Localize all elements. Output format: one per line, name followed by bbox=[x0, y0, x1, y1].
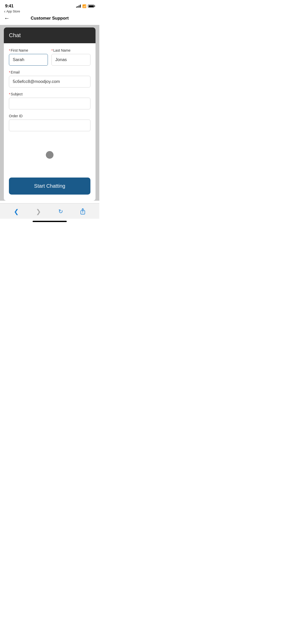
form-area: * First Name * Last Name * Emai bbox=[4, 43, 96, 201]
name-row: * First Name * Last Name bbox=[9, 48, 90, 66]
first-name-label: * First Name bbox=[9, 48, 48, 52]
status-icons: 📶 bbox=[76, 4, 94, 8]
subject-label: * Subject bbox=[9, 92, 90, 96]
subject-input[interactable] bbox=[9, 98, 90, 109]
last-name-required: * bbox=[51, 49, 53, 52]
browser-reload-button[interactable]: ↻ bbox=[57, 207, 64, 216]
email-required: * bbox=[9, 70, 10, 74]
status-bar: 9:41 📶 bbox=[0, 0, 99, 9]
back-chevron-icon: ‹ bbox=[4, 9, 5, 14]
loading-area bbox=[9, 136, 90, 177]
last-name-input[interactable] bbox=[51, 54, 90, 66]
start-chatting-button[interactable]: Start Chatting bbox=[9, 178, 90, 195]
browser-share-button[interactable] bbox=[78, 207, 87, 216]
subject-required: * bbox=[9, 92, 10, 96]
chat-title: Chat bbox=[9, 32, 21, 38]
wifi-icon: 📶 bbox=[82, 4, 86, 8]
browser-back-button[interactable]: ❮ bbox=[12, 207, 20, 217]
email-input[interactable] bbox=[9, 76, 90, 87]
status-time: 9:41 bbox=[5, 4, 13, 9]
email-group: * Email bbox=[9, 70, 90, 87]
first-name-required: * bbox=[9, 49, 10, 52]
share-icon bbox=[80, 208, 86, 215]
browser-reload-icon: ↻ bbox=[58, 208, 63, 215]
chat-card: Chat * First Name * Last Name bbox=[4, 27, 96, 201]
page-background: Chat * First Name * Last Name bbox=[0, 25, 99, 201]
bottom-toolbar: ❮ ❯ ↻ bbox=[0, 203, 99, 219]
nav-title: Customer Support bbox=[31, 16, 69, 21]
last-name-label: * Last Name bbox=[51, 48, 90, 52]
loading-dot bbox=[46, 151, 53, 159]
browser-forward-icon: ❯ bbox=[36, 208, 41, 215]
order-id-group: Order ID bbox=[9, 114, 90, 131]
chat-header: Chat bbox=[4, 27, 96, 43]
browser-forward-button[interactable]: ❯ bbox=[34, 207, 43, 217]
subject-group: * Subject bbox=[9, 92, 90, 109]
home-indicator bbox=[0, 219, 99, 224]
first-name-input[interactable] bbox=[9, 54, 48, 66]
back-button[interactable]: ← bbox=[4, 15, 10, 22]
email-label: * Email bbox=[9, 70, 90, 74]
app-store-label: App Store bbox=[6, 10, 20, 13]
order-id-label: Order ID bbox=[9, 114, 90, 118]
first-name-group: * First Name bbox=[9, 48, 48, 66]
home-bar bbox=[33, 221, 67, 222]
battery-icon bbox=[88, 5, 94, 8]
signal-icon bbox=[76, 5, 81, 8]
order-id-input[interactable] bbox=[9, 120, 90, 131]
last-name-group: * Last Name bbox=[51, 48, 90, 66]
app-store-back[interactable]: ‹ App Store bbox=[4, 9, 20, 14]
browser-back-icon: ❮ bbox=[14, 208, 19, 215]
